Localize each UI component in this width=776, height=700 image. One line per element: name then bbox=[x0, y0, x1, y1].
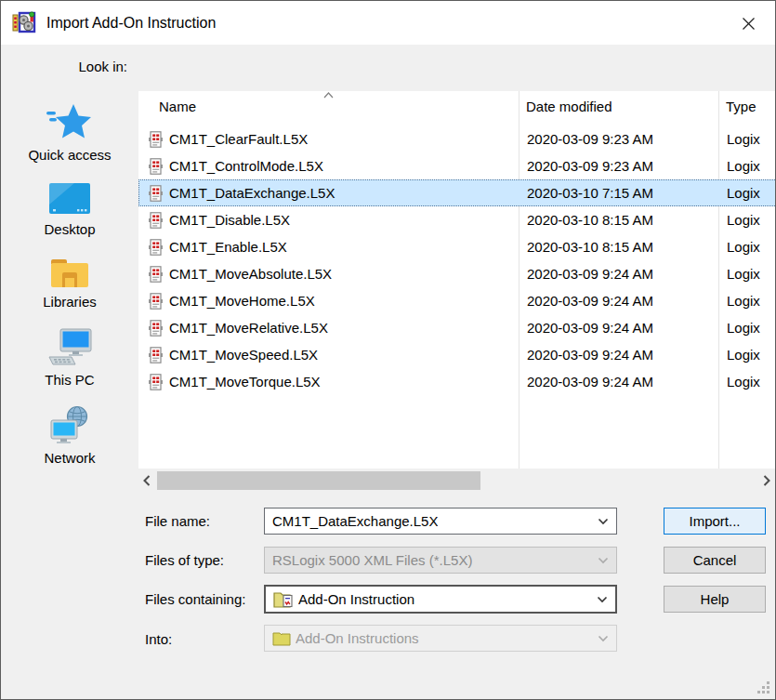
look-in-label: Look in: bbox=[78, 59, 127, 74]
cancel-button[interactable]: Cancel bbox=[664, 547, 766, 574]
import-aoi-dialog: Import Add-On Instruction Look in: AOI bbox=[0, 0, 776, 700]
into-label: Into: bbox=[145, 631, 172, 647]
horizontal-scrollbar bbox=[138, 469, 776, 493]
into-value: Add-On Instructions bbox=[296, 630, 419, 646]
close-button[interactable] bbox=[736, 12, 760, 34]
list-item[interactable]: CM1T_MoveSpeed.L5X 2020-03-09 9:24 AM Lo… bbox=[138, 341, 776, 368]
sidebar-item-desktop[interactable]: Desktop bbox=[9, 180, 130, 237]
sidebar-item-label: Quick access bbox=[28, 147, 111, 163]
places-sidebar: Quick access Desktop Libraries bbox=[1, 91, 138, 681]
file-name-combobox[interactable]: CM1T_DataExchange.L5X bbox=[264, 508, 617, 535]
l5x-file-icon bbox=[149, 293, 163, 310]
resize-grip[interactable] bbox=[755, 679, 769, 693]
l5x-file-icon bbox=[149, 158, 163, 175]
close-icon bbox=[742, 17, 756, 31]
list-item[interactable]: CM1T_ControlMode.L5X 2020-03-09 9:23 AM … bbox=[138, 152, 776, 179]
list-item[interactable]: CM1T_MoveHome.L5X 2020-03-09 9:24 AM Log… bbox=[138, 287, 776, 314]
location-bar: Look in: AOI bbox=[1, 45, 775, 91]
l5x-file-icon bbox=[149, 374, 163, 390]
l5x-file-icon bbox=[149, 131, 163, 148]
sidebar-item-label: Desktop bbox=[44, 221, 95, 237]
help-button[interactable]: Help bbox=[664, 586, 766, 613]
sidebar-item-label: Libraries bbox=[43, 294, 97, 310]
l5x-file-icon bbox=[149, 266, 163, 283]
sidebar-item-network[interactable]: Network bbox=[9, 405, 130, 466]
chevron-down-icon bbox=[598, 557, 609, 564]
list-item[interactable]: CM1T_Disable.L5X 2020-03-10 8:15 AM Logi… bbox=[138, 206, 776, 233]
title-bar: Import Add-On Instruction bbox=[1, 1, 775, 45]
list-item[interactable]: CM1T_MoveTorque.L5X 2020-03-09 9:24 AM L… bbox=[138, 368, 776, 395]
files-of-type-value: RSLogix 5000 XML Files (*.L5X) bbox=[272, 552, 472, 568]
sort-ascending-icon bbox=[323, 92, 334, 99]
files-containing-combobox[interactable]: Add-On Instruction bbox=[264, 585, 617, 614]
rslogix-app-icon bbox=[12, 11, 37, 34]
list-header: Name Date modified Type bbox=[138, 99, 776, 125]
file-list: Name Date modified Type CM1T_ClearFault.… bbox=[138, 91, 776, 469]
l5x-file-icon bbox=[149, 347, 163, 363]
chevron-right-icon bbox=[763, 475, 770, 486]
folder-icon bbox=[272, 631, 291, 646]
quick-access-star-icon bbox=[46, 102, 94, 143]
desktop-icon bbox=[46, 180, 93, 218]
list-item[interactable]: CM1T_MoveRelative.L5X 2020-03-09 9:24 AM… bbox=[138, 314, 776, 341]
chevron-left-icon bbox=[143, 475, 151, 486]
file-name-label: File name: bbox=[145, 513, 210, 529]
column-header-type[interactable]: Type bbox=[718, 99, 776, 125]
list-item[interactable]: CM1T_MoveAbsolute.L5X 2020-03-09 9:24 AM… bbox=[138, 260, 776, 287]
aoi-folder-icon bbox=[273, 590, 294, 608]
list-item[interactable]: CM1T_Enable.L5X 2020-03-10 8:15 AM Logix bbox=[138, 233, 776, 260]
column-header-date-modified[interactable]: Date modified bbox=[519, 99, 718, 125]
sidebar-item-label: Network bbox=[44, 450, 95, 466]
sidebar-item-label: This PC bbox=[45, 372, 94, 388]
into-combobox: Add-On Instructions bbox=[264, 625, 617, 652]
l5x-file-icon bbox=[149, 185, 163, 202]
import-button[interactable]: Import... bbox=[664, 508, 766, 535]
l5x-file-icon bbox=[149, 320, 163, 337]
chevron-down-icon bbox=[597, 596, 608, 603]
network-icon bbox=[46, 405, 93, 446]
list-rows: CM1T_ClearFault.L5X 2020-03-09 9:23 AM L… bbox=[138, 125, 776, 395]
sidebar-item-this-pc[interactable]: This PC bbox=[9, 327, 130, 388]
scrollbar-thumb[interactable] bbox=[157, 471, 480, 490]
chevron-down-icon bbox=[598, 635, 609, 642]
l5x-file-icon bbox=[149, 212, 163, 229]
files-containing-label: Files containing: bbox=[145, 591, 245, 607]
sidebar-item-quick-access[interactable]: Quick access bbox=[9, 102, 130, 163]
scroll-left-button[interactable] bbox=[138, 469, 155, 493]
column-header-name[interactable]: Name bbox=[138, 99, 519, 125]
files-of-type-label: Files of type: bbox=[145, 552, 224, 568]
files-containing-value: Add-On Instruction bbox=[298, 591, 414, 607]
files-of-type-combobox: RSLogix 5000 XML Files (*.L5X) bbox=[264, 547, 617, 574]
window-title: Import Add-On Instruction bbox=[46, 15, 216, 32]
libraries-folder-icon bbox=[48, 255, 91, 290]
scroll-right-button[interactable] bbox=[758, 469, 775, 493]
chevron-down-icon bbox=[598, 518, 609, 525]
file-name-value: CM1T_DataExchange.L5X bbox=[272, 513, 438, 529]
sidebar-item-libraries[interactable]: Libraries bbox=[9, 255, 130, 310]
this-pc-icon bbox=[46, 327, 93, 368]
list-item[interactable]: CM1T_ClearFault.L5X 2020-03-09 9:23 AM L… bbox=[138, 125, 776, 152]
list-item-selected[interactable]: CM1T_DataExchange.L5X 2020-03-10 7:15 AM… bbox=[138, 179, 776, 206]
l5x-file-icon bbox=[149, 239, 163, 256]
